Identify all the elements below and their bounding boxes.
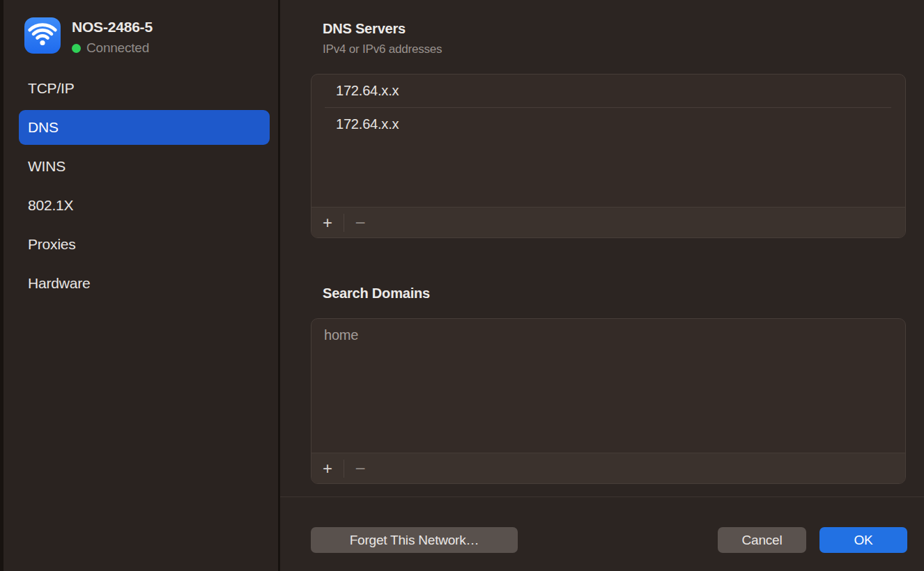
dns-server-value: 172.64.x.x — [336, 83, 399, 99]
network-header: NOS-2486-5 Connected — [24, 17, 153, 56]
dns-server-value: 172.64.x.x — [336, 116, 399, 132]
sidebar-item-proxies[interactable]: Proxies — [19, 227, 270, 262]
dns-settings-pane: DNS Servers IPv4 or IPv6 addresses 172.6… — [280, 0, 924, 571]
sidebar-item-tcpip[interactable]: TCP/IP — [19, 71, 270, 106]
sidebar-item-label: TCP/IP — [28, 80, 74, 97]
cancel-button[interactable]: Cancel — [718, 527, 806, 553]
wifi-icon — [24, 17, 61, 54]
footer-divider — [280, 496, 924, 497]
search-domains-list: home + − — [311, 318, 906, 484]
sidebar-item-label: Proxies — [28, 236, 76, 253]
dns-servers-title: DNS Servers — [323, 21, 406, 37]
search-domain-row[interactable]: home — [311, 319, 905, 352]
add-dns-server-button[interactable]: + — [311, 214, 344, 231]
sidebar-item-hardware[interactable]: Hardware — [19, 266, 270, 301]
dns-servers-list: 172.64.x.x 172.64.x.x + − — [311, 74, 906, 238]
sidebar-item-dns[interactable]: DNS — [19, 110, 270, 145]
ok-button[interactable]: OK — [819, 527, 907, 553]
remove-dns-server-button[interactable]: − — [344, 214, 376, 232]
remove-search-domain-button[interactable]: − — [344, 460, 376, 478]
search-domains-title: Search Domains — [323, 286, 430, 302]
sidebar-nav: TCP/IP DNS WINS 802.1X Proxies Hardware — [19, 71, 270, 305]
dns-servers-subtitle: IPv4 or IPv6 addresses — [323, 42, 442, 56]
sidebar-item-wins[interactable]: WINS — [19, 149, 270, 184]
dns-server-row[interactable]: 172.64.x.x — [311, 108, 905, 141]
sidebar-item-label: Hardware — [28, 275, 90, 292]
sidebar-item-8021x[interactable]: 802.1X — [19, 188, 270, 223]
sidebar-item-label: 802.1X — [28, 197, 73, 214]
connection-status-label: Connected — [86, 40, 149, 56]
dns-server-row[interactable]: 172.64.x.x — [311, 75, 905, 107]
search-domains-toolbar: + − — [311, 453, 905, 483]
search-domain-value: home — [324, 327, 358, 343]
dns-list-toolbar: + − — [311, 207, 905, 237]
forget-network-button[interactable]: Forget This Network… — [311, 527, 518, 553]
network-name: NOS-2486-5 — [72, 18, 153, 36]
add-search-domain-button[interactable]: + — [311, 460, 344, 477]
sidebar-item-label: DNS — [28, 119, 59, 136]
sidebar: NOS-2486-5 Connected TCP/IP DNS WINS 802… — [3, 0, 278, 571]
connected-status-dot — [72, 44, 81, 53]
sidebar-item-label: WINS — [28, 158, 66, 175]
